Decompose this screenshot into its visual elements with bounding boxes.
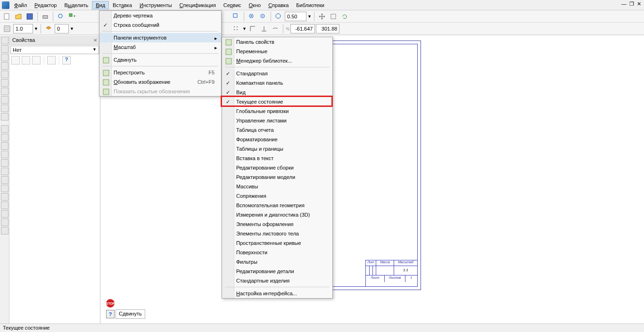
zoom-out-icon[interactable] [258, 11, 268, 22]
round-icon[interactable] [270, 24, 281, 34]
toolbars-menu-item-12[interactable]: Таблицы и границы [222, 144, 332, 154]
menu-файл[interactable]: Файл [10, 1, 31, 9]
props-tool-3[interactable] [32, 56, 41, 65]
vtool-2[interactable] [1, 45, 8, 53]
toolbars-menu-item-18[interactable]: Вспомогательная геометрия [222, 201, 332, 210]
properties-dropdown[interactable]: Нет ▼ [10, 46, 99, 54]
zoom-fit-icon[interactable] [273, 11, 284, 22]
toolbars-menu-item-6[interactable]: ✓Вид [222, 88, 332, 97]
toolbars-menu-item-21[interactable]: Элементы листового тела [222, 229, 332, 238]
toolbars-menu-item-15[interactable]: Редактирование модели [222, 172, 332, 182]
toolbars-menu-item-5[interactable]: ✓Компактная панель [222, 78, 332, 88]
props-help-icon[interactable]: ? [62, 56, 71, 65]
toolbars-menu-item-14[interactable]: Редактирование сборки [222, 163, 332, 172]
toolbars-menu-item-0[interactable]: Панель свойств [222, 37, 332, 47]
view-menu-item-4[interactable]: Масштаб▸ [99, 42, 221, 52]
ortho-icon[interactable] [248, 24, 258, 34]
view-menu-item-3[interactable]: Панели инструментов▸ [99, 33, 221, 42]
vtool-11[interactable] [1, 125, 8, 133]
vtool-5[interactable] [1, 71, 8, 78]
vtool-19[interactable] [1, 193, 8, 201]
toolbars-menu-item-23[interactable]: Поверхности [222, 248, 332, 257]
open-icon[interactable] [13, 11, 24, 22]
toolbars-menu-item-11[interactable]: Форматирование [222, 135, 332, 144]
view-menu-item-6[interactable]: Сдвинуть [99, 55, 221, 65]
layer-combo[interactable] [55, 24, 69, 33]
toolbars-menu-item-4[interactable]: ✓Стандартная [222, 69, 332, 78]
zoom-combo[interactable] [285, 12, 306, 21]
zoom-window-icon[interactable] [231, 11, 241, 22]
toolbars-menu-item-24[interactable]: Фильтры [222, 257, 332, 267]
redraw-icon[interactable] [339, 11, 350, 22]
restore-button[interactable]: ❐ [629, 1, 634, 7]
vtool-15[interactable] [1, 159, 8, 167]
vtool-14[interactable] [1, 151, 8, 158]
zoom-in-icon[interactable] [247, 11, 257, 22]
menu-сервис[interactable]: Сервис [220, 1, 245, 9]
props-tool-1[interactable] [11, 56, 20, 65]
vtool-4[interactable] [1, 62, 8, 70]
toolbars-menu-item-2[interactable]: Менеджер библиотек... [222, 56, 332, 65]
menu-вставка[interactable]: Вставка [109, 1, 136, 9]
vtool-20[interactable] [1, 202, 8, 209]
tree-dd-icon[interactable] [67, 11, 77, 22]
scale-combo[interactable] [13, 24, 33, 33]
vtool-18[interactable] [1, 185, 8, 192]
vtool-22[interactable] [1, 219, 8, 226]
view-menu-item-8[interactable]: ПерестроитьF5 [99, 68, 221, 77]
help-icon[interactable]: ? [106, 310, 115, 318]
coord-x-field[interactable] [290, 24, 315, 33]
props-tool-2[interactable] [22, 56, 30, 65]
vtool-17[interactable] [1, 176, 8, 184]
properties-close-icon[interactable]: ✕ [93, 38, 97, 43]
toolbars-menu-item-13[interactable]: Вставка в текст [222, 154, 332, 163]
menu-библиотеки[interactable]: Библиотеки [292, 1, 328, 9]
perp-icon[interactable] [259, 24, 269, 34]
vtool-8[interactable] [1, 96, 8, 104]
command-input[interactable]: Сдвинуть [116, 309, 145, 319]
stop-icon[interactable]: STOP [106, 299, 115, 308]
vtool-21[interactable] [1, 210, 8, 218]
toolbars-menu-item-8[interactable]: Глобальные привязки [222, 106, 332, 116]
view-menu-item-1[interactable]: ✓Строка сообщений [99, 20, 221, 30]
toolbars-menu-item-16[interactable]: Массивы [222, 182, 332, 191]
grid-icon[interactable] [2, 24, 12, 34]
snap-grid-icon[interactable] [231, 24, 241, 34]
props-tool-4[interactable] [47, 56, 56, 65]
view-menu-item-9[interactable]: Обновить изображениеCtrl+F9 [99, 77, 221, 87]
vtool-3[interactable] [1, 54, 8, 61]
vtool-9[interactable] [1, 105, 8, 112]
layers-icon[interactable] [43, 24, 54, 34]
menu-редактор[interactable]: Редактор [31, 1, 60, 9]
toolbars-menu-item-22[interactable]: Пространственные кривые [222, 238, 332, 248]
toolbars-menu-item-10[interactable]: Таблица отчета [222, 125, 332, 135]
toolbars-menu-item-26[interactable]: Стандартные изделия [222, 276, 332, 285]
toolbars-menu-item-28[interactable]: Настройка интерфейса... [222, 289, 332, 298]
toolbars-menu-item-17[interactable]: Сопряжения [222, 191, 332, 201]
vtool-1[interactable] [1, 37, 8, 44]
toolbars-menu-item-1[interactable]: Переменные [222, 47, 332, 56]
rotate-view-icon[interactable] [328, 11, 339, 22]
print-icon[interactable] [40, 11, 50, 22]
toolbars-menu-item-7[interactable]: ✓Текущее состояние [222, 97, 332, 106]
menu-справка[interactable]: Справка [264, 1, 292, 9]
toolbars-menu-item-20[interactable]: Элементы оформления [222, 219, 332, 229]
toolbars-menu-item-19[interactable]: Измерения и диагностика (3D) [222, 210, 332, 219]
menu-вид[interactable]: Вид [92, 1, 109, 9]
minimize-button[interactable]: — [621, 1, 627, 7]
vtool-6[interactable] [1, 79, 8, 87]
new-icon[interactable] [2, 11, 12, 22]
toolbars-menu-item-9[interactable]: Управление листами [222, 116, 332, 125]
coord-y-field[interactable] [316, 24, 339, 33]
vtool-16[interactable] [1, 168, 8, 175]
view-menu-item-0[interactable]: Дерево чертежа [99, 11, 221, 20]
vtool-12[interactable] [1, 134, 8, 141]
menu-окно[interactable]: Окно [245, 1, 265, 9]
pan-icon[interactable] [317, 11, 327, 22]
vtool-23[interactable] [1, 227, 8, 235]
save-icon[interactable] [25, 11, 35, 22]
toolbars-menu-item-25[interactable]: Редактирование детали [222, 267, 332, 276]
vtool-13[interactable] [1, 142, 8, 150]
menu-выделить[interactable]: Выделить [60, 1, 92, 9]
preview-icon[interactable] [56, 11, 66, 22]
